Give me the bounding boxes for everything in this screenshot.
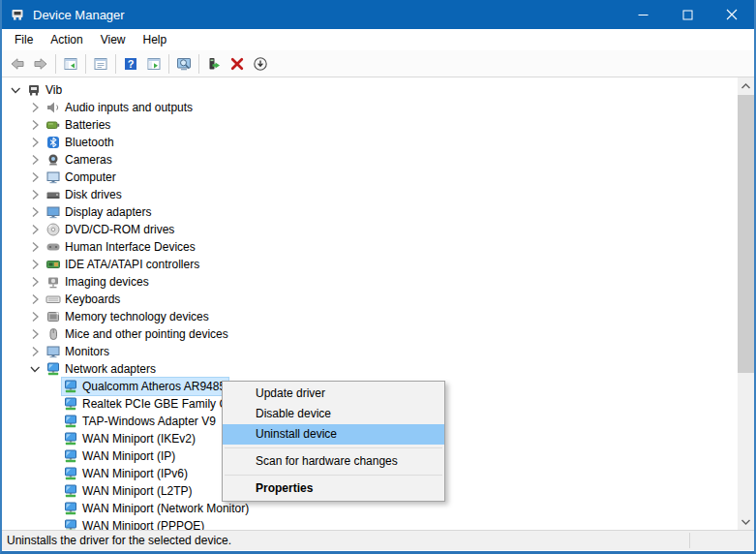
help-button[interactable]: ?: [119, 52, 142, 76]
menu-file[interactable]: File: [6, 31, 42, 48]
tree-item-core[interactable]: WAN Miniport (IPv6): [62, 465, 191, 482]
menu-action[interactable]: Action: [42, 31, 91, 48]
chevron-down-icon[interactable]: [27, 361, 43, 377]
tree-item-core[interactable]: Bluetooth: [45, 134, 117, 151]
tree-item[interactable]: DVD/CD-ROM drives: [2, 221, 738, 238]
tree-item[interactable]: Computer: [2, 169, 738, 186]
vertical-scrollbar[interactable]: [738, 77, 754, 530]
tree-item-core[interactable]: Memory technology devices: [45, 308, 212, 325]
tree-item-core[interactable]: IDE ATA/ATAPI controllers: [45, 256, 202, 273]
maximize-button[interactable]: [665, 0, 710, 29]
tree-item-core[interactable]: WAN Miniport (Network Monitor): [62, 500, 252, 517]
scrollbar-thumb[interactable]: [738, 95, 754, 373]
tree-item[interactable]: Memory technology devices: [2, 308, 738, 325]
tree-item[interactable]: Bluetooth: [2, 134, 738, 151]
forward-arrow-button[interactable]: [29, 52, 52, 76]
tree-item-core[interactable]: Batteries: [45, 116, 113, 134]
minimize-button[interactable]: [620, 0, 665, 29]
tree-item[interactable]: Audio inputs and outputs: [2, 99, 738, 116]
tree-item-core[interactable]: Mice and other pointing devices: [45, 325, 231, 343]
tree-item[interactable]: Display adapters: [2, 203, 738, 221]
camera-icon: [45, 152, 61, 168]
context-menu-item-update-driver[interactable]: Update driver: [223, 384, 444, 404]
tree-item-core[interactable]: Monitors: [45, 343, 112, 360]
chevron-right-icon[interactable]: [27, 326, 43, 342]
context-menu-item-uninstall-device[interactable]: Uninstall device: [223, 424, 444, 445]
chevron-right-icon[interactable]: [27, 257, 43, 272]
tree-item-label: Batteries: [65, 118, 110, 132]
context-menu-item-properties[interactable]: Properties: [223, 478, 444, 499]
tree-item[interactable]: Human Interface Devices: [2, 238, 738, 256]
context-menu-item-scan-for-hardware-changes[interactable]: Scan for hardware changes: [223, 451, 444, 472]
scan-hardware-button[interactable]: [172, 52, 196, 76]
tree-item[interactable]: IDE ATA/ATAPI controllers: [2, 256, 738, 273]
chevron-right-icon[interactable]: [27, 117, 43, 133]
tree-item-core[interactable]: Audio inputs and outputs: [45, 99, 196, 116]
chevron-right-icon[interactable]: [27, 274, 43, 290]
tree-item-core[interactable]: WAN Miniport (L2TP): [62, 482, 196, 500]
scroll-up-button[interactable]: [738, 77, 754, 94]
status-bar: Uninstalls the driver for the selected d…: [2, 530, 754, 550]
chevron-right-icon[interactable]: [27, 292, 43, 307]
menu-view[interactable]: View: [92, 31, 135, 48]
chevron-down-icon[interactable]: [8, 82, 23, 98]
tree-item-label: Computer: [65, 170, 116, 184]
tree-item-label: Bluetooth: [65, 136, 114, 149]
properties-window-button[interactable]: [89, 52, 112, 76]
tree-item-core[interactable]: Cameras: [45, 151, 115, 169]
back-arrow-button[interactable]: [6, 52, 29, 76]
disable-device-button[interactable]: [249, 52, 272, 76]
tree-item-core[interactable]: Computer: [45, 169, 119, 186]
scroll-down-button[interactable]: [738, 513, 754, 530]
tree-item-selected[interactable]: Qualcomm Atheros AR9485: [62, 378, 228, 395]
tree-item-label: Memory technology devices: [65, 310, 209, 323]
tree-item-label: WAN Miniport (IKEv2): [82, 432, 196, 446]
tree-item-core[interactable]: Imaging devices: [45, 273, 152, 291]
tree-item-label: TAP-Windows Adapter V9: [82, 415, 216, 428]
chevron-right-icon[interactable]: [27, 204, 43, 220]
chevron-right-icon[interactable]: [27, 152, 43, 168]
uninstall-device-button[interactable]: [226, 52, 249, 76]
network-icon: [63, 483, 78, 499]
tree-item-core[interactable]: WAN Miniport (IP): [62, 447, 178, 465]
context-menu-item-disable-device[interactable]: Disable device: [223, 404, 444, 424]
tree-item-core[interactable]: Network adapters: [45, 360, 159, 378]
tree-item-core[interactable]: Realtek PCIe GBE Family Co: [62, 395, 237, 413]
tree-item[interactable]: Batteries: [2, 116, 738, 134]
chevron-right-icon[interactable]: [27, 222, 43, 237]
standard-panel-button[interactable]: [142, 52, 166, 76]
tree-item-core[interactable]: WAN Miniport (IKEv2): [62, 430, 198, 447]
tree-item[interactable]: Monitors: [2, 343, 738, 360]
chevron-right-icon[interactable]: [27, 135, 43, 150]
chevron-right-icon[interactable]: [27, 344, 43, 359]
tree-item-core[interactable]: WAN Miniport (PPPOE): [62, 517, 207, 530]
tree-item[interactable]: Keyboards: [2, 291, 738, 308]
chevron-right-icon[interactable]: [27, 169, 43, 185]
tree-item-core[interactable]: Keyboards: [45, 291, 123, 308]
tree-item-core[interactable]: TAP-Windows Adapter V9: [62, 413, 219, 430]
close-button[interactable]: [710, 0, 754, 29]
chevron-up-icon: [741, 83, 750, 89]
tree-item[interactable]: Imaging devices: [2, 273, 738, 291]
chevron-right-icon[interactable]: [27, 100, 43, 115]
tree-item-core[interactable]: Display adapters: [45, 203, 154, 221]
tree-item-core[interactable]: DVD/CD-ROM drives: [45, 221, 177, 238]
tree-item-core[interactable]: Disk drives: [45, 186, 125, 203]
console-tree-button[interactable]: [59, 52, 82, 76]
tree-item[interactable]: WAN Miniport (PPPOE): [2, 517, 738, 530]
tree-item-core[interactable]: Human Interface Devices: [45, 238, 198, 256]
chevron-down-icon: [741, 519, 750, 525]
memory-icon: [45, 309, 61, 324]
chevron-right-icon[interactable]: [27, 187, 43, 202]
tree-item[interactable]: Mice and other pointing devices: [2, 325, 738, 343]
tree-item-core[interactable]: Vib: [25, 81, 65, 99]
menu-help[interactable]: Help: [135, 31, 176, 48]
chevron-right-icon[interactable]: [27, 239, 43, 255]
tree-item[interactable]: Cameras: [2, 151, 738, 169]
chevron-right-icon[interactable]: [27, 309, 43, 324]
tree-item[interactable]: Network adapters: [2, 360, 738, 378]
tree-item[interactable]: Vib: [2, 81, 738, 99]
update-driver-button[interactable]: [202, 52, 226, 76]
tree-item[interactable]: Disk drives: [2, 186, 738, 203]
tree-item[interactable]: WAN Miniport (Network Monitor): [2, 500, 738, 517]
